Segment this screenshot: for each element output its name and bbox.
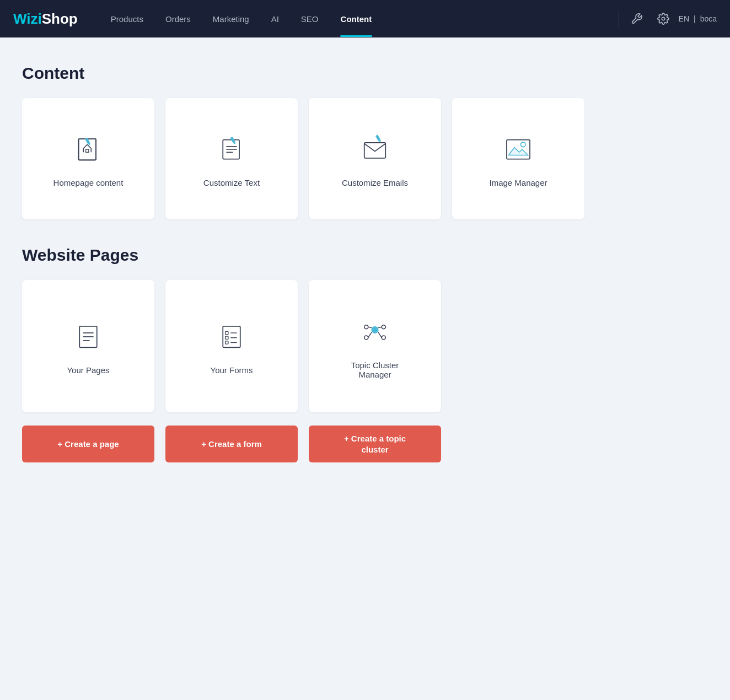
nav-user[interactable]: boca [700,14,717,23]
tools-icon[interactable] [628,10,646,28]
content-cards-grid: Homepage content Customize Text [22,98,640,219]
svg-point-30 [382,325,385,329]
svg-line-33 [368,327,372,327]
your-forms-card[interactable]: Your Forms [165,280,298,412]
image-manager-icon [500,131,537,168]
svg-line-36 [378,332,382,337]
customize-emails-label: Customize Emails [342,178,408,187]
customize-text-icon [213,131,250,168]
svg-point-28 [372,326,378,333]
create-topic-cluster-button[interactable]: + Create a topic cluster [309,426,441,462]
nav-icons [628,10,672,28]
nav-content[interactable]: Content [330,10,383,28]
pages-cards-grid: Your Pages Your Forms [22,280,640,412]
svg-point-29 [364,325,368,329]
customize-emails-card[interactable]: Customize Emails [309,98,441,219]
logo[interactable]: WiziShop [13,10,78,28]
your-pages-card[interactable]: Your Pages [22,280,154,412]
logo-shop: Shop [42,10,78,28]
nav-products[interactable]: Products [100,10,154,28]
customize-text-card[interactable]: Customize Text [165,98,298,219]
svg-point-32 [382,336,385,340]
content-section-title: Content [22,64,640,83]
settings-icon[interactable] [654,10,672,28]
svg-rect-15 [507,139,530,159]
homepage-content-icon [69,131,107,168]
action-buttons-row: + Create a page + Create a form + Create… [22,426,640,462]
customize-emails-icon [356,131,394,168]
svg-rect-13 [375,134,380,141]
topic-cluster-manager-icon [356,313,394,351]
svg-point-16 [520,142,525,147]
nav-orders[interactable]: Orders [154,10,202,28]
topic-cluster-manager-label: Topic Cluster Manager [351,360,399,379]
nav-ai[interactable]: AI [260,10,290,28]
svg-rect-12 [364,142,386,158]
topic-cluster-manager-card[interactable]: Topic Cluster Manager [309,280,441,412]
svg-line-35 [368,332,372,337]
your-forms-label: Your Forms [211,365,253,375]
nav-marketing[interactable]: Marketing [202,10,260,28]
create-form-button[interactable]: + Create a form [165,426,298,462]
create-page-button[interactable]: + Create a page [22,426,154,462]
main-content: Content Homepage conte [0,37,662,509]
svg-line-34 [378,327,382,327]
your-pages-label: Your Pages [67,365,109,375]
homepage-content-label: Homepage content [53,178,124,187]
homepage-content-card[interactable]: Homepage content [22,98,154,219]
your-pages-icon [69,318,107,356]
nav-links: Products Orders Marketing AI SEO Content [100,10,610,28]
your-forms-icon [213,318,250,356]
customize-text-label: Customize Text [203,178,260,187]
image-manager-label: Image Manager [489,178,547,187]
website-pages-section-title: Website Pages [22,246,640,265]
nav-language[interactable]: EN [679,14,689,23]
nav-divider [619,10,619,28]
nav-seo[interactable]: SEO [290,10,330,28]
nav-right: EN | boca [679,14,717,23]
logo-wizi: Wizi [13,10,42,28]
svg-point-0 [662,17,665,20]
svg-point-31 [364,336,368,340]
image-manager-card[interactable]: Image Manager [452,98,584,219]
navbar: WiziShop Products Orders Marketing AI SE… [0,0,730,37]
